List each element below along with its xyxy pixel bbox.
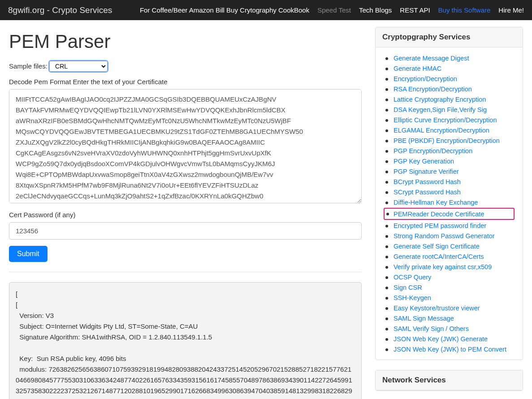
- sample-files-row: Sample files: CRL: [9, 61, 362, 72]
- brand-title[interactable]: 8gwifi.org - Crypto Services: [8, 5, 112, 15]
- nav-link[interactable]: Tech Blogs: [359, 6, 392, 14]
- service-link[interactable]: Easy Keystore/trustore viewer: [394, 305, 480, 312]
- service-link[interactable]: ELGAMAL Encryption/Decryption: [394, 127, 489, 134]
- service-item: PBE (PBKDF) Encryption/Decryption: [384, 135, 515, 146]
- service-link[interactable]: SCrypt Password Hash: [394, 189, 461, 196]
- sample-files-select[interactable]: CRL: [49, 61, 108, 72]
- service-link[interactable]: SSH-Keygen: [394, 294, 431, 301]
- service-item: SCrypt Password Hash: [384, 187, 515, 197]
- service-link[interactable]: JSON Web Key (JWK) to PEM Convert: [394, 346, 506, 353]
- service-item: SAML Sign Message: [384, 313, 515, 323]
- service-link[interactable]: DSA Keygen,Sign File,Verify Sig: [394, 106, 487, 113]
- page-title: PEM Parser: [9, 31, 362, 52]
- nav-link[interactable]: Speed Test: [317, 6, 351, 14]
- network-services-panel: Network Services: [375, 370, 523, 391]
- service-link[interactable]: Generate HMAC: [394, 65, 441, 72]
- service-item: Verify private key against csr,x509: [384, 262, 515, 272]
- service-item: SSH-Keygen: [384, 292, 515, 303]
- crypto-services-title: Cryptopgraphy Services: [376, 27, 523, 47]
- service-item: Diffie-Hellman Key Exchange: [384, 197, 515, 207]
- service-item: JSON Web Key (JWK) to PEM Convert: [384, 344, 515, 354]
- top-navbar: 8gwifi.org - Crypto Services For Coffee/…: [0, 0, 532, 20]
- service-item: Lattice Cryptography Encryption: [384, 94, 515, 104]
- service-item: Generate rootCA/InterCA/Certs: [384, 251, 515, 262]
- nav-link[interactable]: REST API: [400, 6, 430, 14]
- service-link[interactable]: RSA Encryption/Decryption: [394, 86, 472, 93]
- service-item: JSON Web Key (JWK) Generate: [384, 334, 515, 344]
- service-link[interactable]: Encryption/Decryption: [394, 75, 457, 82]
- service-link[interactable]: BCrypt Password Hash: [394, 178, 461, 185]
- network-services-title: Network Services: [376, 370, 523, 390]
- service-item: BCrypt Password Hash: [384, 176, 515, 187]
- submit-button[interactable]: Submit: [9, 246, 48, 262]
- crypto-services-list: Generate Message DigestGenerate HMACEncr…: [384, 53, 515, 354]
- service-link[interactable]: PGP Signature Verifier: [394, 168, 459, 175]
- service-item: Generate Self Sign Certificate: [384, 241, 515, 251]
- service-link[interactable]: PGP Key Generation: [394, 158, 454, 165]
- service-item: OCSP Query: [384, 272, 515, 282]
- service-link[interactable]: Diffie-Hellman Key Exchange: [394, 199, 478, 206]
- service-link[interactable]: Generate Message Digest: [394, 55, 469, 62]
- nav-link[interactable]: For Coffee/Beer Amazon Bill Buy Crytogra…: [140, 6, 309, 14]
- service-item: DSA Keygen,Sign File,Verify Sig: [384, 104, 515, 115]
- pem-textarea[interactable]: [9, 89, 362, 203]
- service-item: Sign CSR: [384, 282, 515, 292]
- service-item: Generate HMAC: [384, 63, 515, 73]
- service-item: Encryption/Decryption: [384, 73, 515, 84]
- service-link[interactable]: Sign CSR: [394, 284, 422, 291]
- service-item: ELGAMAL Encryption/Decryption: [384, 125, 515, 135]
- service-item: PGP Key Generation: [384, 156, 515, 166]
- service-link[interactable]: Encrypted PEM password finder: [394, 222, 486, 229]
- password-label: Cert Password (if any): [9, 211, 362, 219]
- service-link[interactable]: PEMReader Decode Certificate: [394, 210, 484, 218]
- service-link[interactable]: SAML Verify Sign / Others: [394, 325, 469, 332]
- service-link[interactable]: Strong Random Passwd Generator: [394, 232, 495, 240]
- main-content: PEM Parser Sample files: CRL Decode Pem …: [9, 20, 362, 399]
- service-link[interactable]: Elliptic Curve Encryption/Decryption: [394, 116, 497, 124]
- nav-link[interactable]: Hire Me!: [498, 6, 524, 14]
- service-item: SAML Verify Sign / Others: [384, 323, 515, 334]
- divider: [9, 272, 362, 272]
- service-item: Easy Keystore/trustore viewer: [384, 303, 515, 313]
- service-item: Strong Random Passwd Generator: [384, 231, 515, 241]
- service-item: Elliptic Curve Encryption/Decryption: [384, 115, 515, 125]
- service-item: Encrypted PEM password finder: [384, 220, 515, 231]
- service-link[interactable]: Lattice Cryptography Encryption: [394, 96, 486, 103]
- service-item: PEMReader Decode Certificate: [384, 208, 515, 220]
- service-item: Generate Message Digest: [384, 53, 515, 63]
- crypto-services-panel: Cryptopgraphy Services Generate Message …: [375, 27, 523, 360]
- nav-link[interactable]: Buy this Software: [438, 6, 491, 14]
- service-link[interactable]: SAML Sign Message: [394, 315, 454, 322]
- service-item: RSA Encryption/Decryption: [384, 84, 515, 94]
- sample-files-label: Sample files:: [9, 62, 48, 70]
- output-panel: [ [ Version: V3 Subject: O=Internet Widg…: [9, 282, 362, 399]
- sidebar: Cryptopgraphy Services Generate Message …: [375, 20, 523, 399]
- service-link[interactable]: Generate rootCA/InterCA/Certs: [394, 253, 484, 260]
- service-item: PGP Signature Verifier: [384, 166, 515, 176]
- decode-label: Decode Pem Format Enter the text of your…: [9, 78, 362, 86]
- nav-links: For Coffee/Beer Amazon Bill Buy Crytogra…: [140, 6, 524, 14]
- service-link[interactable]: Generate Self Sign Certificate: [394, 243, 480, 250]
- service-link[interactable]: PBE (PBKDF) Encryption/Decryption: [394, 137, 500, 144]
- service-item: PGP Encryption/Decryption: [384, 146, 515, 156]
- service-link[interactable]: Verify private key against csr,x509: [394, 263, 492, 270]
- service-link[interactable]: JSON Web Key (JWK) Generate: [394, 335, 488, 343]
- password-input[interactable]: [9, 222, 362, 240]
- service-link[interactable]: OCSP Query: [394, 274, 431, 281]
- service-link[interactable]: PGP Encryption/Decryption: [394, 147, 472, 154]
